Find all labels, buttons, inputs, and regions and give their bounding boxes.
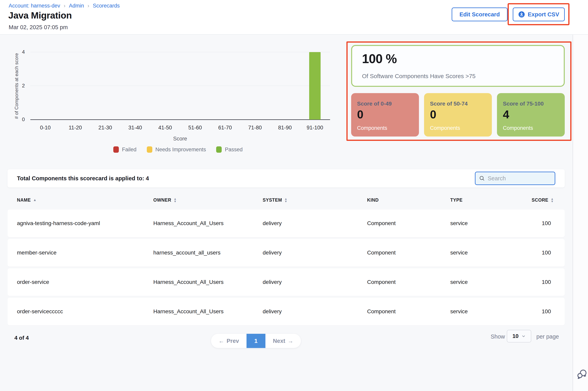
table-cell: delivery: [263, 220, 367, 226]
x-axis-label: 81-90: [278, 125, 292, 131]
x-axis-label: 41-50: [158, 125, 172, 131]
x-axis-label: 21-30: [98, 125, 112, 131]
sort-icon: ▲▼: [551, 197, 554, 202]
sort-icon: ▲▼: [284, 197, 287, 202]
score-range-cards: Score of 0-490ComponentsScore of 50-740C…: [351, 93, 565, 136]
legend-item-failed[interactable]: Failed: [113, 146, 136, 153]
table-cell: harness_account_all_users: [153, 250, 263, 256]
column-header-label: TYPE: [450, 197, 462, 203]
bar-91-100[interactable]: [309, 52, 321, 119]
chat-bubbles-icon: [576, 369, 588, 380]
score-card-title: Score of 75-100: [503, 100, 544, 107]
y-axis-tick: 4: [12, 49, 25, 55]
table-cell: Component: [367, 279, 450, 285]
legend-label: Needs Improvements: [155, 147, 206, 153]
score-card-caption: Components: [430, 125, 460, 131]
x-axis-label: 91-100: [307, 125, 323, 131]
column-header-label: SYSTEM: [263, 197, 282, 203]
table-cell: service: [450, 308, 532, 315]
search-icon: [479, 175, 485, 181]
table-cell: agniva-testing-harness-code-yaml: [17, 220, 153, 226]
column-header-system[interactable]: SYSTEM▲▼: [263, 197, 367, 203]
breadcrumb-link[interactable]: Admin: [69, 3, 84, 9]
search-input[interactable]: [488, 175, 562, 182]
export-csv-button[interactable]: Export CSV: [513, 7, 565, 21]
score-card-value: 4: [503, 108, 509, 121]
page-size-value: 10: [512, 333, 519, 339]
breadcrumb-link[interactable]: Scorecards: [93, 3, 120, 9]
table-row[interactable]: order-servicecccccHarness_Account_All_Us…: [7, 298, 565, 325]
x-axis-label: 0-10: [40, 125, 51, 131]
x-axis-label: 31-40: [128, 125, 142, 131]
table-cell: service: [450, 250, 532, 256]
scrollbar-gutter: [573, 0, 588, 391]
score-card-title: Score of 0-49: [357, 100, 392, 107]
column-header-label: NAME: [17, 197, 31, 203]
next-label: Next: [273, 338, 285, 344]
x-axis-label: 11-20: [68, 125, 82, 131]
x-axis-label: 51-60: [188, 125, 202, 131]
breadcrumb-separator: ›: [64, 3, 65, 9]
column-header-score[interactable]: SCORE▲▼: [532, 197, 566, 203]
export-csv-label: Export CSV: [528, 11, 559, 18]
y-axis-tick: 0: [12, 116, 25, 122]
legend-label: Failed: [122, 147, 136, 153]
chevron-down-icon: [522, 334, 526, 338]
prev-label: Prev: [227, 338, 239, 344]
table-cell: delivery: [263, 250, 367, 256]
score-card-caption: Components: [503, 125, 533, 131]
page-size-select[interactable]: 10: [507, 330, 531, 342]
edit-scorecard-label: Edit Scorecard: [459, 11, 500, 18]
table-cell: Component: [367, 250, 450, 256]
legend-swatch-icon: [216, 146, 222, 153]
pagination: ← Prev 1 Next →: [211, 334, 301, 348]
table-row[interactable]: member-serviceharness_account_all_usersd…: [7, 239, 565, 267]
table-cell: order-service: [17, 279, 153, 285]
arrow-left-icon: ←: [218, 338, 224, 344]
legend-item-passed[interactable]: Passed: [216, 146, 243, 153]
table-cell: 100: [532, 220, 565, 226]
table-row[interactable]: agniva-testing-harness-code-yamlHarness_…: [7, 209, 565, 237]
page-header: Account: harness-dev›Admin›Scorecards Ja…: [0, 0, 588, 35]
edit-scorecard-button[interactable]: Edit Scorecard: [452, 7, 508, 21]
column-header-type[interactable]: TYPE: [450, 197, 532, 203]
page-number-button[interactable]: 1: [247, 334, 265, 348]
column-header-owner[interactable]: OWNER▲▼: [153, 197, 263, 203]
score-card-value: 0: [357, 108, 363, 121]
table-cell: order-serviceccccc: [17, 308, 153, 315]
x-axis-label: 71-80: [248, 125, 262, 131]
scrollbar-gutter-line: [573, 0, 573, 391]
y-axis-tick: 2: [12, 83, 25, 89]
table-cell: service: [450, 220, 532, 226]
score-range-card: Score of 0-490Components: [351, 93, 419, 136]
arrow-right-icon: →: [288, 338, 293, 344]
score-card-caption: Components: [357, 125, 387, 131]
table-row[interactable]: order-serviceHarness_Account_All_Usersde…: [7, 268, 565, 296]
table-header-row: NAME▲OWNER▲▼SYSTEM▲▼KINDTYPESCORE▲▼: [7, 195, 565, 205]
chart-gridline: [30, 86, 330, 86]
chat-support-button[interactable]: [576, 369, 588, 380]
table-cell: Harness_Account_All_Users: [153, 308, 263, 315]
chart-legend: FailedNeeds ImprovementsPassed: [113, 146, 243, 153]
table-cell: delivery: [263, 308, 367, 315]
chart-gridline: [30, 52, 330, 52]
breadcrumb-link[interactable]: Account: harness-dev: [9, 3, 60, 9]
column-header-kind[interactable]: KIND: [367, 197, 450, 203]
prev-page-button[interactable]: ← Prev: [211, 334, 247, 348]
table-cell: service: [450, 279, 532, 285]
show-label: Show: [491, 333, 505, 340]
table-cell: member-service: [17, 250, 153, 256]
page-title: Java Migration: [8, 10, 72, 21]
column-header-label: OWNER: [153, 197, 171, 203]
column-header-label: KIND: [367, 197, 379, 203]
column-header-name[interactable]: NAME▲: [17, 197, 153, 203]
sort-icon: ▲▼: [174, 197, 177, 202]
table-cell: delivery: [263, 279, 367, 285]
legend-swatch-icon: [113, 146, 119, 153]
legend-item-needs-improvements[interactable]: Needs Improvements: [147, 146, 206, 153]
download-icon: [518, 11, 525, 18]
headline-card: 100 % Of Software Components Have Scores…: [351, 45, 565, 87]
breadcrumb-separator: ›: [87, 3, 89, 9]
next-page-button[interactable]: Next →: [265, 334, 301, 348]
chart-x-axis-line: [30, 119, 330, 120]
